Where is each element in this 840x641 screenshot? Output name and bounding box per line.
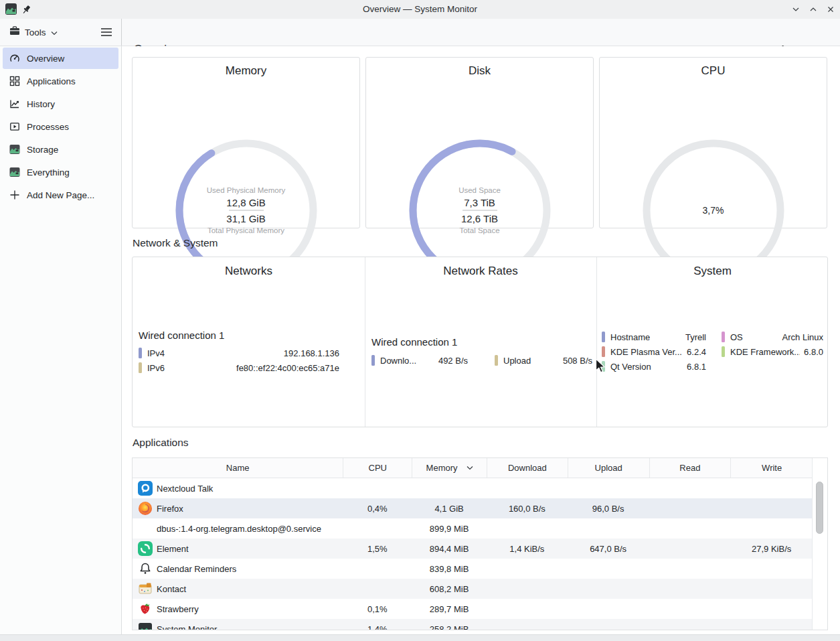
column-header-write[interactable]: Write — [730, 458, 813, 478]
column-header-memory[interactable]: Memory — [412, 458, 487, 478]
network-system-card: Networks Wired connection 1 IPv4192.168.… — [132, 257, 828, 427]
chevron-down-icon[interactable] — [790, 4, 801, 15]
sensor-value: 6.2.4 — [683, 347, 706, 357]
strawberry-icon — [138, 601, 153, 616]
table-row[interactable]: System Monitor1,4%258,2 MiB — [133, 619, 813, 630]
system-pane: System HostnameTyrellKDE Plasma Ver...6.… — [596, 257, 829, 427]
app-cpu-cell: 1,4% — [343, 624, 412, 631]
sensor-value: Arch Linux — [778, 332, 823, 342]
sidebar-item-label: History — [27, 99, 55, 109]
sidebar-item-applications[interactable]: Applications — [3, 70, 118, 92]
table-body: Nextcloud TalkFirefox0,4%4,1 GiB160,0 B/… — [133, 478, 813, 630]
system-monitor-window: { "titlebar": { "title": "Overview — Sys… — [0, 0, 840, 641]
sidebar-item-label: Processes — [27, 122, 69, 132]
disk-used-value: 7,3 TiB — [420, 196, 540, 209]
column-header-label: CPU — [369, 463, 387, 473]
sensor-color-marker — [722, 332, 725, 342]
sensor-legend-item: HostnameTyrell — [602, 330, 706, 344]
memory-total-label: Total Physical Memory — [186, 225, 307, 236]
kontact-icon — [138, 581, 153, 596]
sensor-legend-item: Upload508 B/s — [495, 353, 592, 368]
table-row[interactable]: Strawberry0,1%289,7 MiB — [133, 599, 813, 619]
chart-thumb-icon — [9, 167, 20, 177]
table-row[interactable]: Nextcloud Talk — [133, 478, 813, 498]
applications-heading: Applications — [133, 437, 189, 449]
chevron-up-icon[interactable] — [808, 4, 819, 15]
sidebar-item-processes[interactable]: Processes — [3, 116, 118, 137]
table-row[interactable]: Element1,5%894,4 MiB1,4 KiB/s647,0 B/s27… — [133, 539, 813, 559]
table-scrollbar-track[interactable] — [812, 458, 827, 630]
app-name: Nextcloud Talk — [157, 484, 213, 494]
column-header-label: Memory — [426, 463, 458, 473]
app-memory-cell: 258,2 MiB — [412, 624, 487, 631]
app-name-cell: Element — [133, 541, 343, 556]
sidebar-item-history[interactable]: History — [3, 93, 118, 115]
sidebar-item-everything[interactable]: Everything — [3, 161, 118, 183]
sensor-legend-item: IPv6fe80::ef22:4c00:ec65:a71e — [139, 360, 339, 375]
sensor-legend-item: OSArch Linux — [722, 330, 823, 344]
networks-connection-name: Wired connection 1 — [139, 330, 224, 341]
network-rates-pane: Network Rates Wired connection 1 Downlo.… — [365, 257, 596, 427]
fraction-divider — [229, 210, 264, 211]
sensor-label: Downlo... — [380, 356, 416, 366]
column-header-label: Name — [226, 463, 250, 473]
sensor-label: IPv6 — [147, 363, 165, 373]
table-scrollbar-thumb[interactable] — [816, 482, 823, 534]
memory-card-title: Memory — [133, 64, 359, 78]
memory-total-value: 31,1 GiB — [186, 212, 307, 225]
app-memory-cell: 4,1 GiB — [412, 504, 487, 514]
sensor-label: OS — [730, 332, 743, 342]
memory-used-label: Used Physical Memory — [186, 185, 307, 196]
networks-pane: Networks Wired connection 1 IPv4192.168.… — [133, 257, 365, 427]
chart-thumb-icon — [9, 144, 20, 155]
hamburger-menu-icon[interactable] — [98, 24, 114, 40]
column-header-upload[interactable]: Upload — [568, 458, 649, 478]
tools-button[interactable]: Tools — [7, 23, 60, 41]
column-header-name[interactable]: Name — [133, 458, 343, 478]
sidebar-item-add-new-page[interactable]: Add New Page... — [3, 184, 118, 206]
app-name-cell: System Monitor — [133, 622, 343, 630]
nextcloud-talk-icon — [138, 481, 153, 496]
disk-total-label: Total Space — [420, 225, 540, 236]
networks-legend: IPv4192.168.1.136IPv6fe80::ef22:4c00:ec6… — [139, 346, 339, 375]
titlebar[interactable]: Overview — System Monitor — [0, 0, 840, 19]
app-upload-cell: 647,0 B/s — [568, 544, 649, 554]
network-system-heading: Network & System — [133, 237, 218, 249]
sensor-legend-item: Qt Version6.8.1 — [602, 359, 706, 374]
app-cpu-cell: 0,4% — [343, 504, 412, 514]
column-header-read[interactable]: Read — [649, 458, 731, 478]
cpu-card-title: CPU — [600, 64, 827, 78]
gauge-icon — [9, 53, 20, 64]
system-monitor-icon — [138, 622, 153, 630]
sidebar-item-overview[interactable]: Overview — [3, 48, 118, 69]
sensor-color-marker — [602, 332, 605, 342]
table-row[interactable]: dbus-:1.4-org.telegram.desktop@0.service… — [133, 518, 813, 539]
app-memory-cell: 839,8 MiB — [412, 564, 487, 574]
chevron-down-icon — [51, 26, 58, 38]
column-header-cpu[interactable]: CPU — [343, 458, 412, 478]
column-header-download[interactable]: Download — [487, 458, 568, 478]
disk-card: Disk Used Space 7,3 TiB 12,6 TiB Total S… — [365, 57, 594, 228]
sidebar-item-label: Add New Page... — [27, 190, 94, 200]
sensor-value: Tyrell — [681, 332, 706, 342]
close-icon[interactable] — [825, 4, 836, 15]
sensor-color-marker — [139, 362, 142, 373]
window-controls — [790, 0, 836, 19]
column-header-label: Download — [508, 463, 547, 473]
sensor-legend-item: KDE Plasma Ver...6.2.4 — [602, 344, 706, 359]
element-icon — [138, 541, 153, 556]
sensor-value: 508 B/s — [559, 356, 592, 366]
sidebar-item-storage[interactable]: Storage — [3, 139, 118, 160]
sensor-color-marker — [602, 361, 605, 372]
table-row[interactable]: Calendar Reminders839,8 MiB — [133, 559, 813, 579]
grid-icon — [9, 76, 20, 86]
app-name-cell: dbus-:1.4-org.telegram.desktop@0.service — [133, 524, 343, 534]
app-memory-cell: 608,2 MiB — [412, 584, 487, 594]
disk-total-value: 12,6 TiB — [420, 212, 540, 225]
table-row[interactable]: Kontact608,2 MiB — [133, 579, 813, 599]
app-upload-cell: 96,0 B/s — [568, 504, 649, 514]
table-row[interactable]: Firefox0,4%4,1 GiB160,0 B/s96,0 B/s — [133, 498, 813, 518]
sensor-legend-item: KDE Framework...6.8.0 — [722, 344, 823, 359]
app-name: Calendar Reminders — [157, 564, 236, 574]
process-play-icon — [9, 121, 20, 132]
